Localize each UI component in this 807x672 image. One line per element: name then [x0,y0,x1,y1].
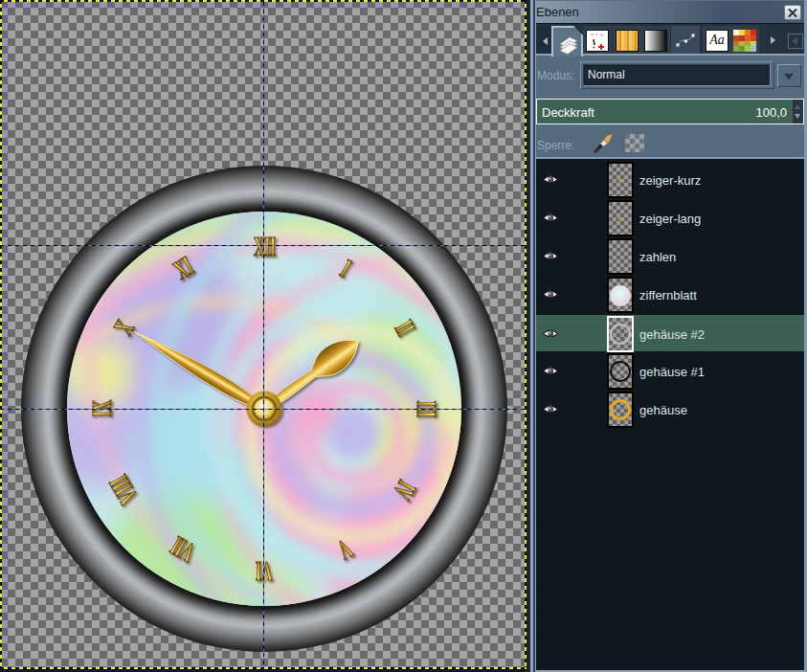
svg-text:XII: XII [254,231,276,261]
